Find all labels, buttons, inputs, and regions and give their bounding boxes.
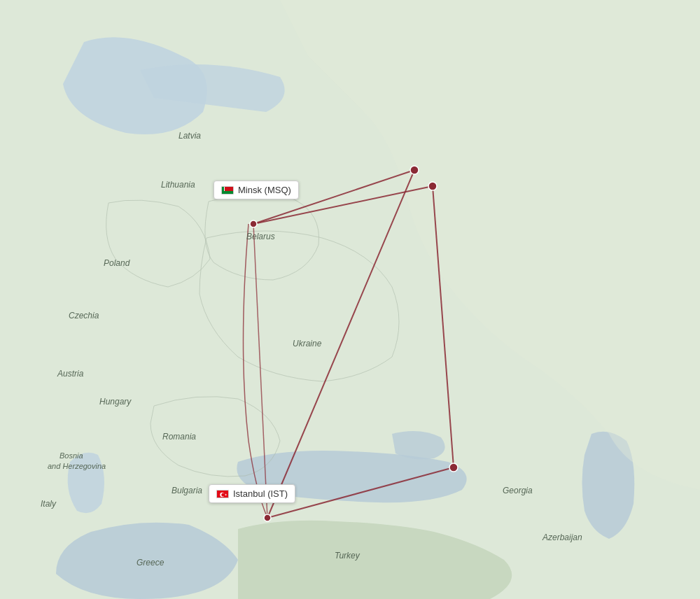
svg-text:Bulgaria: Bulgaria [172, 486, 202, 495]
belarus-flag [221, 186, 234, 195]
svg-text:Poland: Poland [104, 258, 130, 268]
svg-text:Greece: Greece [136, 558, 164, 568]
svg-point-16 [250, 220, 257, 227]
svg-text:Azerbaijan: Azerbaijan [542, 533, 582, 542]
svg-text:Lithuania: Lithuania [161, 180, 195, 190]
svg-text:Bosnia: Bosnia [59, 451, 83, 460]
svg-text:Latvia: Latvia [178, 131, 201, 141]
svg-text:Romania: Romania [162, 432, 196, 442]
svg-text:Czechia: Czechia [69, 311, 99, 320]
svg-text:Turkey: Turkey [335, 551, 360, 561]
istanbul-label: Istanbul (IST) [209, 484, 295, 503]
istanbul-label-text: Istanbul (IST) [233, 488, 288, 499]
svg-point-15 [449, 463, 458, 472]
svg-text:Italy: Italy [41, 499, 57, 509]
map-container: Latvia Lithuania Belarus Poland Czechia … [0, 0, 700, 599]
svg-text:Georgia: Georgia [503, 486, 533, 495]
minsk-label-text: Minsk (MSQ) [238, 185, 291, 195]
minsk-label: Minsk (MSQ) [214, 181, 299, 199]
svg-text:Ukraine: Ukraine [293, 339, 322, 348]
turkey-flag [216, 490, 229, 498]
svg-text:Hungary: Hungary [99, 397, 132, 407]
svg-text:Austria: Austria [57, 369, 84, 379]
svg-point-14 [428, 182, 437, 190]
map-svg: Latvia Lithuania Belarus Poland Czechia … [0, 0, 700, 599]
svg-point-13 [410, 166, 419, 174]
svg-text:Belarus: Belarus [246, 232, 275, 241]
svg-point-17 [264, 514, 271, 521]
svg-point-37 [221, 493, 225, 496]
svg-text:and Herzegovina: and Herzegovina [48, 462, 106, 470]
